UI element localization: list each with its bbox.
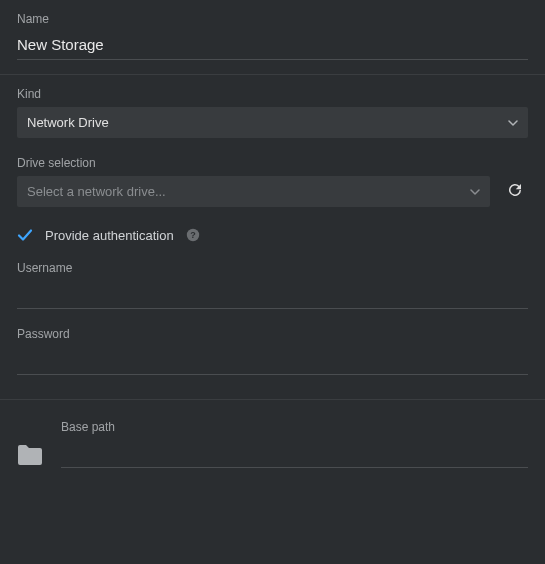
basepath-row: Base path	[17, 420, 528, 468]
username-group: Username	[17, 261, 528, 309]
basepath-label: Base path	[61, 420, 528, 434]
name-label: Name	[17, 12, 528, 26]
folder-icon[interactable]	[17, 444, 43, 466]
refresh-icon	[506, 181, 524, 202]
auth-checkbox-label: Provide authentication	[45, 228, 174, 243]
drive-select[interactable]: Select a network drive...	[17, 176, 490, 207]
check-icon	[17, 227, 33, 243]
svg-text:?: ?	[190, 230, 196, 240]
basepath-section: Base path	[0, 400, 545, 482]
name-section: Name	[0, 0, 545, 74]
password-group: Password	[17, 327, 528, 375]
drive-select-wrap: Select a network drive...	[17, 176, 490, 207]
auth-checkbox-row[interactable]: Provide authentication ?	[17, 227, 528, 243]
drive-selection-label: Drive selection	[17, 156, 528, 170]
kind-label: Kind	[17, 87, 528, 101]
kind-select-wrap: Network Drive	[17, 107, 528, 138]
password-label: Password	[17, 327, 528, 341]
kind-select[interactable]: Network Drive	[17, 107, 528, 138]
drive-selection-row: Select a network drive...	[17, 176, 528, 207]
kind-select-value: Network Drive	[27, 115, 109, 130]
help-icon[interactable]: ?	[186, 228, 200, 242]
username-input[interactable]	[17, 281, 528, 309]
username-label: Username	[17, 261, 528, 275]
name-input[interactable]	[17, 32, 528, 60]
basepath-input[interactable]	[61, 440, 528, 468]
config-section: Kind Network Drive Drive selection Selec…	[0, 75, 545, 399]
refresh-button[interactable]	[502, 177, 528, 206]
basepath-col: Base path	[61, 420, 528, 468]
drive-select-placeholder: Select a network drive...	[27, 184, 166, 199]
password-input[interactable]	[17, 347, 528, 375]
